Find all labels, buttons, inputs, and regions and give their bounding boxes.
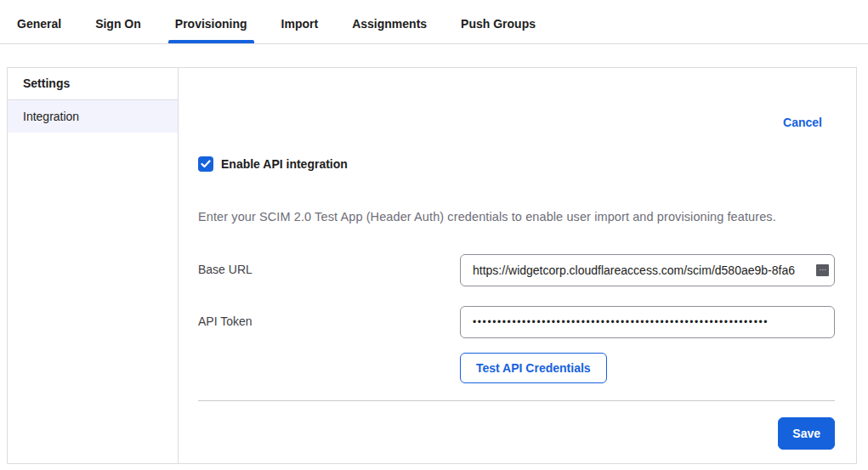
tab-assignments[interactable]: Assignments [350, 12, 428, 43]
base-url-value: https://widgetcorp.cloudflareaccess.com/… [473, 263, 826, 277]
base-url-label: Base URL [198, 254, 460, 276]
footer-divider [198, 400, 835, 401]
credentials-description: Enter your SCIM 2.0 Test App (Header Aut… [198, 210, 835, 224]
base-url-input[interactable]: https://widgetcorp.cloudflareaccess.com/… [460, 254, 835, 286]
tab-import[interactable]: Import [280, 12, 321, 43]
sidebar-item-label: Integration [23, 110, 79, 123]
provisioning-panel: Settings Integration Cancel Enable API i… [7, 67, 857, 464]
text-overflow-indicator: ⋯ [816, 264, 829, 276]
enable-api-integration-label[interactable]: Enable API integration [221, 157, 348, 171]
sidebar-header: Settings [8, 68, 178, 100]
integration-form: Cancel Enable API integration Enter your… [179, 68, 856, 463]
sidebar-item-integration[interactable]: Integration [8, 100, 178, 133]
cancel-link[interactable]: Cancel [783, 116, 822, 129]
checkmark-icon [201, 160, 211, 168]
api-token-masked-value: ••••••••••••••••••••••••••••••••••••••••… [473, 316, 769, 328]
api-token-label: API Token [198, 306, 460, 328]
settings-sidebar: Settings Integration [8, 68, 179, 463]
tab-sign-on[interactable]: Sign On [94, 12, 143, 43]
save-button[interactable]: Save [778, 417, 835, 450]
api-token-input[interactable]: ••••••••••••••••••••••••••••••••••••••••… [460, 306, 835, 338]
tab-provisioning[interactable]: Provisioning [173, 12, 249, 43]
test-api-credentials-button[interactable]: Test API Credentials [460, 353, 607, 383]
tab-general[interactable]: General [15, 12, 63, 43]
tab-push-groups[interactable]: Push Groups [459, 12, 537, 43]
enable-api-integration-checkbox[interactable] [198, 156, 213, 172]
app-tab-bar: General Sign On Provisioning Import Assi… [0, 0, 868, 44]
